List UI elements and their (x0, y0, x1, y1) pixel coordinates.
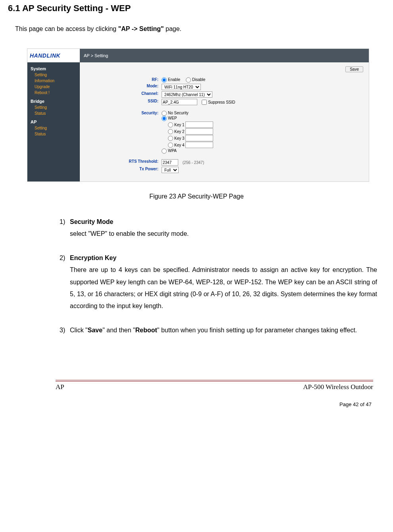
nav-group-ap: AP (27, 118, 79, 125)
li1-head: Security Mode (70, 218, 113, 225)
security-none-radio[interactable] (162, 111, 167, 116)
rts-input[interactable] (162, 159, 178, 166)
wep-key3-option[interactable]: Key 3 (168, 136, 185, 141)
channel-label: Channel: (85, 91, 161, 98)
section-heading: 6.1 AP Security Setting - WEP (8, 3, 385, 13)
suppress-ssid-option[interactable]: Suppress SSID (202, 100, 235, 104)
rf-label: RF: (85, 77, 161, 83)
li3-save: Save (88, 327, 102, 333)
sidebar-item-system-setting[interactable]: Setting (27, 72, 79, 78)
wep-key4-input[interactable] (185, 142, 213, 148)
security-wpa-radio[interactable] (162, 148, 167, 154)
wep-key1-option[interactable]: Key 1 (168, 123, 185, 127)
wep-key1-input[interactable] (185, 121, 213, 128)
security-wpa-text: WPA (168, 148, 177, 153)
wep-key2-text: Key 2 (174, 129, 185, 134)
footer-right-text: AP-500 Wireless Outdoor (303, 383, 373, 391)
security-label: Security: (85, 111, 161, 154)
wep-key3-radio[interactable] (168, 136, 173, 141)
nav-group-system: System (27, 65, 79, 72)
ssid-label: SSID: (85, 99, 161, 105)
intro-suffix: page. (164, 25, 181, 32)
li2-body: There are up to 4 keys can be specified.… (70, 264, 377, 312)
wep-key3-text: Key 3 (174, 136, 185, 141)
logo-cell: HANDLINK (27, 49, 80, 62)
security-wep-option[interactable]: WEP (162, 116, 177, 120)
wep-key2-input[interactable] (185, 128, 213, 135)
sidebar-item-ap-status[interactable]: Status (27, 131, 79, 137)
sidebar: System Setting Information Upgrade Reboo… (27, 62, 80, 181)
list-item-3: 3)Click "Save" and then "Reboot" button … (60, 324, 377, 336)
channel-select[interactable]: 2462Mhz (Channel 11) (162, 91, 212, 98)
main-panel: Save RF: Enable Disable Mode: WiFi 11ng … (80, 62, 369, 181)
intro-prefix: This page can be access by clicking (15, 25, 118, 32)
security-none-text: No Security (168, 111, 189, 115)
figure-caption: Figure 23 AP Security-WEP Page (8, 193, 385, 200)
save-button[interactable]: Save (345, 66, 363, 72)
li1-num: 1) (60, 216, 70, 228)
sidebar-item-bridge-status[interactable]: Status (27, 110, 79, 116)
li2-num: 2) (60, 252, 70, 264)
rf-enable-text: Enable (168, 77, 180, 82)
rf-enable-option[interactable]: Enable (162, 77, 180, 82)
rf-disable-text: Disable (192, 77, 205, 82)
security-wep-text: WEP (168, 116, 177, 120)
txpower-select[interactable]: Full (162, 167, 179, 173)
rf-disable-option[interactable]: Disable (186, 77, 205, 82)
li3-reboot: Reboot (135, 327, 157, 333)
content-list: 1)Security Mode select "WEP" to enable t… (60, 216, 377, 336)
txpower-label: Tx Power: (85, 167, 161, 173)
suppress-ssid-checkbox[interactable] (202, 100, 207, 105)
wep-key4-text: Key 4 (174, 143, 185, 147)
mode-select[interactable]: WiFi 11ng HT20 (162, 84, 201, 90)
rts-label: RTS Threshold: (85, 159, 161, 166)
list-item-1: 1)Security Mode select "WEP" to enable t… (60, 216, 377, 240)
sidebar-item-system-reboot[interactable]: Reboot ! (27, 90, 79, 96)
li3-post: " button when you finish setting up for … (157, 327, 357, 333)
rts-range-text: (256 - 2347) (183, 160, 204, 165)
li2-head: Encryption Key (70, 254, 116, 261)
wep-key4-radio[interactable] (168, 143, 173, 148)
mode-label: Mode: (85, 84, 161, 90)
li3-mid: " and then " (102, 327, 135, 333)
list-item-2: 2)Encryption Key There are up to 4 keys … (60, 252, 377, 312)
ap-setting-screenshot: HANDLINK AP > Setting System Setting Inf… (27, 48, 369, 182)
intro-bold: "AP -> Setting" (118, 25, 164, 32)
security-wep-radio[interactable] (162, 116, 167, 121)
li1-body: select "WEP" to enable the security mode… (70, 228, 377, 240)
footer-top: AP AP-500 Wireless Outdoor (56, 383, 373, 391)
ssid-input[interactable] (162, 99, 197, 105)
security-none-option[interactable]: No Security (162, 111, 189, 115)
wep-key3-input[interactable] (185, 135, 213, 141)
wep-key1-text: Key 1 (174, 123, 185, 127)
footer-rule (56, 380, 373, 382)
suppress-ssid-text: Suppress SSID (208, 100, 235, 104)
wep-key1-radio[interactable] (168, 122, 173, 127)
sidebar-item-system-information[interactable]: Information (27, 78, 79, 84)
nav-group-bridge: Bridge (27, 97, 79, 104)
security-wpa-option[interactable]: WPA (162, 148, 177, 153)
footer-page: Page 42 of 47 (8, 401, 372, 407)
footer-left: AP (56, 383, 64, 391)
breadcrumb: AP > Setting (80, 49, 369, 62)
li3-num: 3) (60, 324, 70, 336)
wep-key4-option[interactable]: Key 4 (168, 143, 185, 147)
sidebar-item-ap-setting[interactable]: Setting (27, 125, 79, 131)
wep-keys-group: Key 1 Key 2 Key 3 Key 4 (168, 121, 235, 148)
rf-enable-radio[interactable] (162, 77, 167, 83)
sidebar-item-bridge-setting[interactable]: Setting (27, 104, 79, 110)
li3-pre: Click " (70, 327, 88, 333)
handlink-logo: HANDLINK (30, 52, 60, 59)
wep-key2-option[interactable]: Key 2 (168, 129, 185, 134)
wep-key2-radio[interactable] (168, 129, 173, 134)
rf-disable-radio[interactable] (186, 77, 191, 83)
sidebar-item-system-upgrade[interactable]: Upgrade (27, 84, 79, 90)
intro-text: This page can be access by clicking "AP … (15, 25, 385, 33)
